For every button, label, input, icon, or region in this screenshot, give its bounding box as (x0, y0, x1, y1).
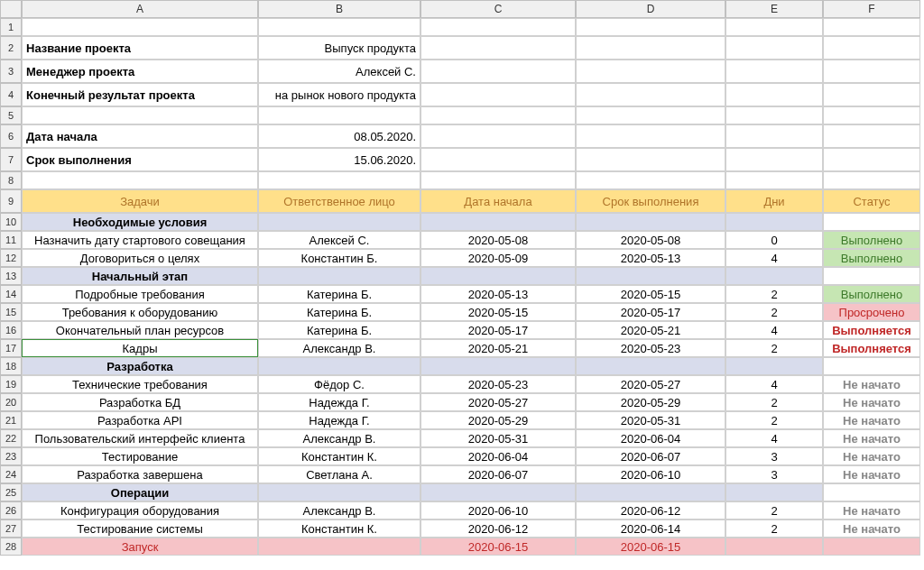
row-header-19[interactable]: 19 (0, 375, 22, 393)
task-due[interactable]: 2020-05-27 (576, 375, 725, 393)
task-owner[interactable]: Фёдор С. (258, 375, 420, 393)
task-days[interactable]: 0 (725, 231, 823, 249)
value-due-date[interactable]: 15.06.2020. (258, 148, 420, 171)
row-header-8[interactable]: 8 (0, 171, 22, 189)
cell[interactable] (725, 213, 823, 231)
task-status[interactable]: Не начато (823, 429, 920, 447)
cell[interactable] (22, 171, 258, 189)
cell[interactable] (576, 267, 725, 285)
cell[interactable] (823, 171, 920, 189)
section-title[interactable]: Необходимые условия (22, 213, 258, 231)
task-name[interactable]: Кадры (22, 339, 258, 357)
row-header-23[interactable]: 23 (0, 447, 22, 465)
col-header-A[interactable]: A (22, 0, 258, 18)
row-header-12[interactable]: 12 (0, 249, 22, 267)
task-due[interactable]: 2020-05-13 (576, 249, 725, 267)
cell[interactable] (823, 148, 920, 171)
row-header-3[interactable]: 3 (0, 60, 22, 83)
row-header-22[interactable]: 22 (0, 429, 22, 447)
task-due[interactable]: 2020-06-07 (576, 447, 725, 465)
section-title[interactable]: Начальный этап (22, 267, 258, 285)
cell[interactable] (258, 267, 420, 285)
cell[interactable] (823, 18, 920, 36)
cell[interactable] (258, 18, 420, 36)
cell[interactable] (576, 18, 725, 36)
label-start-date[interactable]: Дата начала (22, 124, 258, 148)
label-deliverable[interactable]: Конечный результат проекта (22, 83, 258, 106)
task-days[interactable]: 3 (725, 465, 823, 483)
task-status[interactable]: Просрочено (823, 303, 920, 321)
task-name[interactable]: Разработка БД (22, 393, 258, 411)
cell[interactable] (725, 106, 823, 124)
launch-owner[interactable] (258, 538, 420, 556)
task-owner[interactable]: Катерина Б. (258, 321, 420, 339)
cell[interactable] (725, 267, 823, 285)
task-days[interactable]: 3 (725, 447, 823, 465)
task-start[interactable]: 2020-05-27 (420, 393, 576, 411)
task-owner[interactable]: Катерина Б. (258, 285, 420, 303)
task-start[interactable]: 2020-05-29 (420, 411, 576, 429)
cell[interactable] (725, 18, 823, 36)
task-start[interactable]: 2020-05-13 (420, 285, 576, 303)
launch-days[interactable] (725, 538, 823, 556)
row-header-6[interactable]: 6 (0, 124, 22, 148)
label-manager[interactable]: Менеджер проекта (22, 60, 258, 83)
task-start[interactable]: 2020-06-10 (420, 501, 576, 519)
cell[interactable] (725, 60, 823, 83)
col-header-owner[interactable]: Ответственное лицо (258, 189, 420, 213)
cell[interactable] (420, 148, 576, 171)
task-start[interactable]: 2020-05-15 (420, 303, 576, 321)
task-name[interactable]: Технические требования (22, 375, 258, 393)
cell[interactable] (823, 106, 920, 124)
col-header-B[interactable]: B (258, 0, 420, 18)
cell[interactable] (823, 483, 920, 501)
cell[interactable] (725, 483, 823, 501)
col-header-C[interactable]: C (420, 0, 576, 18)
task-due[interactable]: 2020-06-10 (576, 465, 725, 483)
cell[interactable] (420, 83, 576, 106)
row-header-16[interactable]: 16 (0, 321, 22, 339)
task-status[interactable]: Выполнено (823, 249, 920, 267)
task-status[interactable]: Не начато (823, 519, 920, 538)
col-header-status[interactable]: Статус (823, 189, 920, 213)
task-name[interactable]: Договориться о целях (22, 249, 258, 267)
cell[interactable] (725, 83, 823, 106)
cell[interactable] (823, 36, 920, 60)
task-owner[interactable]: Александр В. (258, 339, 420, 357)
task-due[interactable]: 2020-06-12 (576, 501, 725, 519)
col-header-start[interactable]: Дата начала (420, 189, 576, 213)
value-start-date[interactable]: 08.05.2020. (258, 124, 420, 148)
task-status[interactable]: Выполняется (823, 321, 920, 339)
cell[interactable] (576, 106, 725, 124)
col-header-E[interactable]: E (725, 0, 823, 18)
task-days[interactable]: 4 (725, 375, 823, 393)
cell[interactable] (420, 483, 576, 501)
cell[interactable] (576, 213, 725, 231)
task-days[interactable]: 4 (725, 249, 823, 267)
row-header-11[interactable]: 11 (0, 231, 22, 249)
row-header-5[interactable]: 5 (0, 106, 22, 124)
task-start[interactable]: 2020-05-21 (420, 339, 576, 357)
task-start[interactable]: 2020-06-04 (420, 447, 576, 465)
task-name[interactable]: Тестирование (22, 447, 258, 465)
cell[interactable] (576, 83, 725, 106)
task-days[interactable]: 2 (725, 393, 823, 411)
cell[interactable] (258, 106, 420, 124)
cell[interactable] (823, 124, 920, 148)
task-owner[interactable]: Константин Б. (258, 249, 420, 267)
row-header-1[interactable]: 1 (0, 18, 22, 36)
row-header-18[interactable]: 18 (0, 357, 22, 375)
task-name[interactable]: Тестирование системы (22, 519, 258, 538)
cell[interactable] (576, 60, 725, 83)
cell[interactable] (258, 213, 420, 231)
launch-name[interactable]: Запуск (22, 538, 258, 556)
task-start[interactable]: 2020-05-08 (420, 231, 576, 249)
task-due[interactable]: 2020-06-14 (576, 519, 725, 538)
row-header-27[interactable]: 27 (0, 519, 22, 538)
row-header-9[interactable]: 9 (0, 189, 22, 213)
cell[interactable] (576, 124, 725, 148)
cell[interactable] (576, 483, 725, 501)
row-header-14[interactable]: 14 (0, 285, 22, 303)
task-start[interactable]: 2020-06-12 (420, 519, 576, 538)
task-name[interactable]: Пользовательский интерфейс клиента (22, 429, 258, 447)
